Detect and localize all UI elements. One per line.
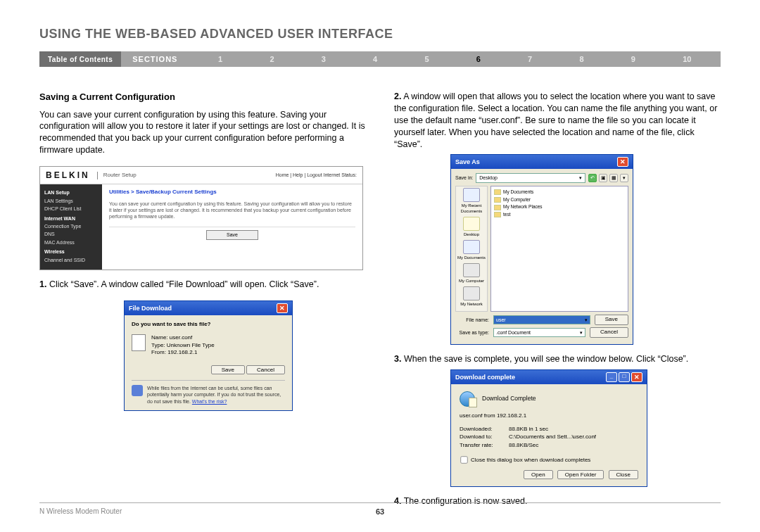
toc-link[interactable]: Table of Contents (39, 51, 121, 67)
saveas-save-button[interactable]: Save (595, 315, 628, 325)
dlcomp-heading: Download Complete (482, 395, 536, 403)
filedl-from-label: From: (151, 349, 166, 355)
place-my-network[interactable]: My Network (457, 286, 486, 307)
places-bar: My Recent DocumentsDesktopMy DocumentsMy… (455, 186, 488, 312)
step2-text: A window will open that allows you to se… (394, 91, 717, 149)
save-as-dialog: Save As ✕ Save in: Desktop▾ ↶ ▣ ▦ ▾ (450, 154, 633, 345)
filedl-title: File Download (129, 304, 172, 312)
section-link-1[interactable]: 1 (218, 55, 222, 63)
step3-text: When the save is complete, you will see … (401, 354, 688, 364)
file-item[interactable]: My Network Places (494, 204, 625, 210)
shield-icon (132, 385, 143, 396)
section-link-3[interactable]: 3 (322, 55, 326, 63)
page-title: USING THE WEB-BASED ADVANCED USER INTERF… (39, 27, 721, 42)
left-column: Saving a Current Configuration You can s… (39, 91, 366, 507)
step2-number: 2. (394, 91, 401, 101)
place-my-computer[interactable]: My Computer (457, 263, 486, 284)
step1-text: Click “Save”. A window called “File Down… (46, 279, 319, 289)
sidebar-item-dhcp[interactable]: DHCP Client List (44, 205, 98, 213)
saveas-cancel-button[interactable]: Cancel (590, 327, 628, 338)
belkin-logo: BELKIN (46, 170, 90, 181)
page-footer: N Wireless Modem Router 63 (39, 502, 721, 515)
sidebar-cat-lan: LAN Setup (44, 189, 98, 196)
file-item[interactable]: test (494, 212, 625, 218)
savein-label: Save in: (455, 175, 473, 181)
section-link-10[interactable]: 10 (683, 55, 691, 63)
router-description: You can save your current configuration … (109, 201, 355, 220)
sections-label: SECTIONS (121, 51, 189, 67)
footer-page-number: 63 (376, 507, 384, 516)
router-setup-label: Router Setup (97, 172, 137, 179)
section-link-8[interactable]: 8 (579, 55, 583, 63)
maximize-icon[interactable]: □ (619, 372, 630, 382)
filename-label: File name: (455, 317, 489, 323)
globe-download-icon (460, 391, 475, 407)
filedl-type: Unknown File Type (167, 342, 215, 348)
newfolder-icon[interactable]: ▦ (609, 174, 618, 182)
savein-combo[interactable]: Desktop▾ (476, 173, 585, 182)
sidebar-item-mac[interactable]: MAC Address (44, 239, 98, 246)
close-icon[interactable]: ✕ (631, 372, 642, 382)
place-desktop[interactable]: Desktop (457, 217, 486, 237)
sidebar-item-dns[interactable]: DNS (44, 230, 98, 238)
section-link-5[interactable]: 5 (424, 55, 429, 63)
section-link-7[interactable]: 7 (528, 55, 532, 63)
close-icon[interactable]: ✕ (617, 157, 628, 167)
dlcomp-to: C:\Documents and Sett...\user.conf (509, 433, 596, 441)
dlcomp-rate: 88.8KB/Sec (509, 442, 538, 450)
step3-number: 3. (394, 354, 401, 364)
footer-product: N Wireless Modem Router (39, 507, 122, 515)
place-my-documents[interactable]: My Documents (457, 240, 486, 260)
router-top-links[interactable]: Home | Help | Logout Internet Status: (276, 172, 357, 178)
up-icon[interactable]: ▣ (599, 174, 607, 182)
place-my-recent-documents[interactable]: My Recent Documents (457, 188, 486, 214)
dlcomp-downloaded-label: Downloaded: (460, 426, 509, 433)
dlcomp-file: user.conf from 192.168.2.1 (460, 412, 638, 420)
file-download-dialog: File Download ✕ Do you want to save this… (124, 300, 293, 411)
filename-input[interactable]: user▾ (493, 315, 590, 324)
sidebar-item-lan-settings[interactable]: LAN Settings (44, 197, 98, 205)
router-screenshot: BELKIN Router Setup Home | Help | Logout… (39, 166, 363, 270)
savetype-label: Save as type: (455, 329, 489, 336)
views-icon[interactable]: ▾ (620, 174, 628, 182)
router-save-button[interactable]: Save (206, 230, 258, 239)
section-link-9[interactable]: 9 (631, 55, 635, 63)
filedl-name-label: Name: (151, 334, 168, 341)
dlcomp-open-button[interactable]: Open (524, 470, 553, 479)
router-sidebar: LAN Setup LAN Settings DHCP Client List … (40, 184, 102, 270)
section-link-4[interactable]: 4 (373, 55, 377, 63)
filedl-question: Do you want to save this file? (132, 321, 285, 329)
subheading: Saving a Current Configuration (39, 91, 366, 103)
filedl-cancel-button[interactable]: Cancel (246, 365, 285, 374)
dlcomp-checkbox[interactable] (460, 456, 467, 463)
filedl-risk-link[interactable]: What's the risk? (192, 399, 227, 404)
step1-number: 1. (39, 279, 46, 289)
filedl-name: user.conf (170, 334, 192, 341)
savetype-combo[interactable]: .conf Document▾ (493, 328, 585, 337)
filedl-from: 192.168.2.1 (167, 349, 197, 355)
section-link-2[interactable]: 2 (270, 55, 274, 63)
file-list[interactable]: My DocumentsMy ComputerMy Network Places… (490, 186, 628, 312)
file-item[interactable]: My Documents (494, 189, 625, 196)
filedl-save-button[interactable]: Save (211, 365, 245, 374)
sidebar-cat-wan: Internet WAN (44, 215, 98, 222)
intro-paragraph: You can save your current configuration … (39, 109, 366, 157)
saveas-title: Save As (455, 158, 480, 166)
dlcomp-close-button[interactable]: Close (609, 470, 638, 479)
dlcomp-open-folder-button[interactable]: Open Folder (557, 470, 604, 479)
dlcomp-rate-label: Transfer rate: (460, 442, 509, 450)
section-link-6[interactable]: 6 (476, 55, 481, 63)
minimize-icon[interactable]: _ (606, 372, 617, 382)
file-icon (132, 334, 146, 351)
right-column: 2. A window will open that allows you to… (394, 91, 721, 507)
dlcomp-to-label: Download to: (460, 433, 509, 441)
dlcomp-checkbox-label: Close this dialog box when download comp… (471, 457, 590, 463)
dlcomp-downloaded: 88.8KB in 1 sec (509, 426, 548, 433)
sidebar-item-channel[interactable]: Channel and SSID (44, 256, 98, 264)
file-item[interactable]: My Computer (494, 197, 625, 203)
router-breadcrumb: Utilities > Save/Backup Current Settings (109, 189, 355, 196)
close-icon[interactable]: ✕ (277, 303, 288, 313)
go-icon[interactable]: ↶ (588, 174, 597, 182)
download-complete-dialog: Download complete _ □ ✕ Download Complet… (450, 369, 647, 487)
sidebar-item-conn-type[interactable]: Connection Type (44, 222, 98, 230)
